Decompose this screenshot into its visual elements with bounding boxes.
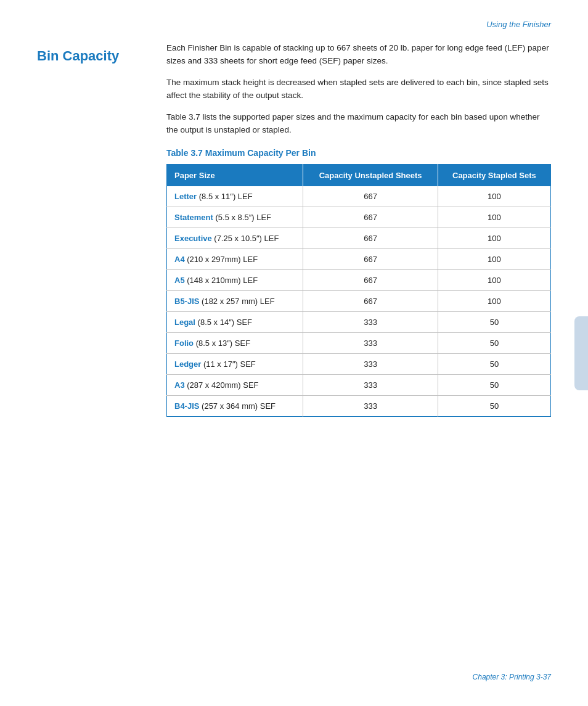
col-header-paper-size: Paper Size [167,164,303,186]
paper-size-link[interactable]: Folio [174,339,194,348]
cell-unstapled: 333 [303,311,438,332]
table-row: A5 (148 x 210mm) LEF667100 [167,269,551,290]
paper-size-detail: (148 x 210mm) LEF [185,276,258,285]
table-row: Folio (8.5 x 13″) SEF33350 [167,332,551,353]
page-content: Bin Capacity Each Finisher Bin is capabl… [0,36,588,417]
page-header: Using the Finisher [0,0,588,36]
cell-stapled: 100 [438,186,550,207]
footer-text: Chapter 3: Printing 3-37 [473,673,551,681]
paper-size-link[interactable]: Statement [174,213,213,222]
cell-unstapled: 667 [303,248,438,269]
cell-unstapled: 667 [303,290,438,311]
table-row: Ledger (11 x 17″) SEF33350 [167,353,551,374]
paper-size-link[interactable]: A3 [174,380,185,390]
cell-stapled: 100 [438,248,550,269]
table-row: A4 (210 x 297mm) LEF667100 [167,248,551,269]
col-header-unstapled: Capacity Unstapled Sheets [303,164,438,186]
section-title: Bin Capacity [37,48,160,64]
page: Using the Finisher Bin Capacity Each Fin… [0,0,588,706]
cell-paper-size: Letter (8.5 x 11″) LEF [167,186,303,207]
cell-unstapled: 667 [303,186,438,207]
paragraph-2: The maximum stack height is decreased wh… [166,76,551,102]
col-header-stapled: Capacity Stapled Sets [438,164,550,186]
cell-paper-size: B4-JIS (257 x 364 mm) SEF [167,395,303,416]
cell-stapled: 100 [438,207,550,228]
cell-stapled: 50 [438,395,550,416]
paper-size-detail: (8.5 x 11″) LEF [197,192,253,201]
paper-size-detail: (8.5 x 14″) SEF [195,318,252,327]
paper-size-detail: (5.5 x 8.5″) LEF [213,213,271,222]
table-row: Letter (8.5 x 11″) LEF667100 [167,186,551,207]
paper-size-detail: (8.5 x 13″) SEF [194,339,250,348]
capacity-table: Paper Size Capacity Unstapled Sheets Cap… [166,164,551,417]
cell-unstapled: 333 [303,353,438,374]
table-row: Legal (8.5 x 14″) SEF33350 [167,311,551,332]
paper-size-detail: (7.25 x 10.5″) LEF [212,234,279,243]
cell-unstapled: 333 [303,395,438,416]
paper-size-link[interactable]: B4-JIS [174,401,199,411]
cell-paper-size: Folio (8.5 x 13″) SEF [167,332,303,353]
cell-unstapled: 667 [303,207,438,228]
paper-size-detail: (287 x 420mm) SEF [185,380,259,390]
paper-size-link[interactable]: Executive [174,234,212,243]
cell-paper-size: Executive (7.25 x 10.5″) LEF [167,228,303,248]
paper-size-link[interactable]: B5-JIS [174,297,199,306]
chapter-title: Using the Finisher [486,20,551,29]
cell-unstapled: 667 [303,269,438,290]
cell-paper-size: A3 (287 x 420mm) SEF [167,374,303,395]
cell-stapled: 50 [438,332,550,353]
paper-size-link[interactable]: Legal [174,318,195,327]
table-header-row: Paper Size Capacity Unstapled Sheets Cap… [167,164,551,186]
cell-paper-size: Ledger (11 x 17″) SEF [167,353,303,374]
cell-stapled: 100 [438,228,550,248]
table-row: A3 (287 x 420mm) SEF33350 [167,374,551,395]
table-row: Executive (7.25 x 10.5″) LEF667100 [167,228,551,248]
cell-stapled: 100 [438,269,550,290]
cell-stapled: 50 [438,374,550,395]
cell-paper-size: Legal (8.5 x 14″) SEF [167,311,303,332]
paper-size-detail: (210 x 297mm) LEF [185,255,258,264]
table-title: Table 3.7 Maximum Capacity Per Bin [166,148,551,158]
cell-stapled: 50 [438,353,550,374]
cell-paper-size: B5-JIS (182 x 257 mm) LEF [167,290,303,311]
paper-size-detail: (257 x 364 mm) SEF [199,401,276,411]
cell-paper-size: A4 (210 x 297mm) LEF [167,248,303,269]
paragraph-1: Each Finisher Bin is capable of stacking… [166,42,551,68]
cell-stapled: 100 [438,290,550,311]
main-content: Each Finisher Bin is capable of stacking… [160,42,551,417]
cell-unstapled: 333 [303,374,438,395]
paragraph-3: Table 3.7 lists the supported paper size… [166,111,551,137]
paper-size-detail: (11 x 17″) SEF [201,359,255,369]
chapter-tab [574,316,588,390]
section-title-col: Bin Capacity [37,42,160,417]
paper-size-link[interactable]: Letter [174,192,197,201]
cell-unstapled: 333 [303,332,438,353]
table-row: B5-JIS (182 x 257 mm) LEF667100 [167,290,551,311]
cell-paper-size: Statement (5.5 x 8.5″) LEF [167,207,303,228]
table-row: Statement (5.5 x 8.5″) LEF667100 [167,207,551,228]
paper-size-link[interactable]: A4 [174,255,185,264]
cell-unstapled: 667 [303,228,438,248]
paper-size-link[interactable]: Ledger [174,359,201,369]
page-footer: Chapter 3: Printing 3-37 [0,673,588,681]
table-row: B4-JIS (257 x 364 mm) SEF33350 [167,395,551,416]
paper-size-detail: (182 x 257 mm) LEF [199,297,274,306]
cell-paper-size: A5 (148 x 210mm) LEF [167,269,303,290]
paper-size-link[interactable]: A5 [174,276,185,285]
cell-stapled: 50 [438,311,550,332]
